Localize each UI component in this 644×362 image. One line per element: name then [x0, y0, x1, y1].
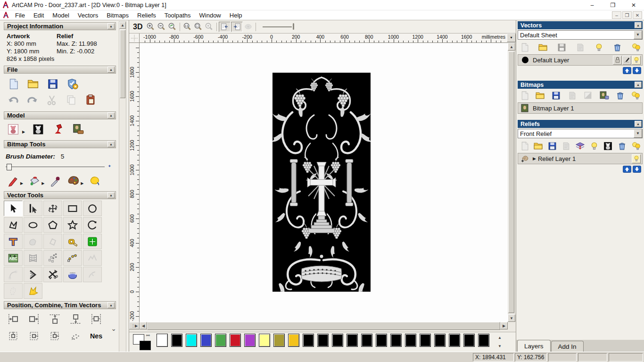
menu-file[interactable]: File [11, 11, 29, 20]
slider-handle-icon[interactable] [7, 164, 12, 170]
teddy-bw-icon[interactable] [603, 141, 613, 151]
paste-text-image-button[interactable]: ABC [4, 250, 23, 266]
fit-curve-icon[interactable] [66, 252, 79, 265]
mona-icon[interactable] [599, 90, 609, 101]
palette-swatch[interactable] [259, 334, 270, 347]
cut-icon[interactable] [45, 93, 58, 107]
align-bottom-icon[interactable] [69, 312, 82, 326]
visibility-bulb-icon[interactable] [632, 56, 641, 65]
vector-layer-row[interactable]: Default Layer [518, 54, 643, 66]
flyout-arrow-icon[interactable]: ▶ [20, 181, 23, 185]
zoom-object-icon[interactable] [204, 22, 215, 32]
chevron-down-icon[interactable]: ▼ [634, 31, 642, 39]
align-left-icon[interactable] [7, 312, 20, 326]
bulbs-all-icon[interactable] [631, 141, 641, 151]
save-icon[interactable] [547, 141, 557, 151]
pencil-icon[interactable] [7, 174, 20, 187]
canvas-viewport[interactable] [140, 43, 508, 322]
scroll-down-icon[interactable]: ▼ [508, 314, 515, 322]
ellipse-tool-button[interactable] [24, 217, 42, 233]
dropper-icon[interactable] [49, 174, 62, 187]
minimize-button[interactable]: – [582, 0, 603, 10]
stack-icon[interactable] [575, 141, 586, 151]
tab-layers[interactable]: Layers [517, 340, 551, 352]
measure-tool-button[interactable] [63, 234, 82, 249]
fit-curve-button[interactable] [63, 250, 82, 266]
node-edit-icon[interactable] [26, 202, 40, 215]
save-icon[interactable] [556, 42, 567, 52]
collapse-icon[interactable]: ▲ [107, 302, 115, 308]
select-cursor-button[interactable] [4, 201, 23, 216]
menu-vectors[interactable]: Vectors [74, 11, 102, 20]
menu-help[interactable]: Help [225, 11, 247, 20]
palette-swatch[interactable] [317, 334, 329, 347]
palette-swatch[interactable] [186, 334, 197, 347]
tab-add-in[interactable]: Add In [551, 341, 584, 352]
contrast-slider[interactable] [263, 23, 300, 31]
visibility-bulb-icon[interactable] [632, 154, 641, 163]
ruler-origin-icon[interactable] [129, 34, 140, 43]
wrap-vectors-icon[interactable] [46, 235, 59, 248]
align-center-icon[interactable] [90, 312, 103, 326]
menu-edit[interactable]: Edit [29, 11, 48, 20]
collapse-icon[interactable]: ▲ [107, 23, 115, 29]
bucket-icon[interactable] [28, 174, 41, 187]
trim-vectors-icon[interactable] [46, 268, 59, 281]
toggle-prev-bitmap-icon[interactable] [219, 22, 230, 32]
paste-icon[interactable] [84, 93, 97, 107]
circle-tool-icon[interactable] [86, 202, 99, 215]
mdi-minimize-button[interactable]: – [612, 11, 621, 19]
close-button[interactable]: ✕ [623, 0, 644, 10]
model-check-icon[interactable] [66, 77, 79, 91]
ruler-unit-dropdown[interactable]: ▼ [507, 34, 516, 42]
palette-swatch[interactable] [420, 334, 431, 347]
collapse-icon[interactable]: ▲ [107, 67, 115, 73]
rectangle-tool-button[interactable] [63, 201, 82, 216]
palette-swatch[interactable] [449, 334, 460, 347]
save-icon[interactable] [551, 90, 561, 101]
center-xy-icon[interactable] [48, 329, 61, 343]
scroll-left-icon[interactable]: ◀ [140, 322, 147, 329]
center-y-icon[interactable] [27, 329, 41, 343]
joint-button[interactable] [83, 267, 102, 282]
restore-button[interactable]: ❐ [603, 0, 623, 10]
bulb-icon[interactable] [594, 42, 604, 52]
link-colors-icon[interactable]: ⚯ [146, 333, 150, 338]
relief-layer-row[interactable]: ▶ Relief Layer 1 [518, 153, 643, 164]
chevron-down-icon[interactable]: ⌄ [111, 325, 116, 332]
open-folder-icon[interactable] [26, 77, 40, 91]
pan-corner-icon[interactable]: ⋮▶ [129, 322, 140, 329]
palette-swatch[interactable] [288, 334, 299, 347]
page-icon[interactable] [519, 90, 529, 101]
collapse-icon[interactable]: ▲ [635, 22, 642, 28]
menu-model[interactable]: Model [48, 11, 73, 20]
slider-handle-icon[interactable] [293, 23, 294, 30]
paste-along-curve-icon[interactable] [46, 252, 59, 265]
paste-text-image-icon[interactable]: ABC [7, 252, 20, 265]
star-tool-button[interactable] [63, 217, 82, 233]
trash-icon[interactable] [615, 90, 625, 101]
gradient-icon[interactable] [583, 90, 593, 101]
circle-tool-button[interactable] [83, 201, 102, 216]
3d-view-button[interactable]: 3D [133, 23, 142, 31]
text-tool-icon[interactable] [7, 235, 20, 248]
assistant-scrollbar[interactable]: ▲ ▼ [119, 21, 126, 352]
move-layer-down-icon[interactable] [633, 166, 641, 173]
join-chevron-button[interactable] [24, 267, 42, 282]
zoom-fit-icon[interactable] [193, 22, 204, 32]
palette-swatch[interactable] [273, 334, 285, 347]
page-icon[interactable] [519, 42, 529, 52]
wrap-vectors-button[interactable] [43, 234, 62, 249]
collapse-icon[interactable]: ▲ [635, 82, 642, 88]
node-edit-button[interactable] [24, 201, 42, 216]
align-top-icon[interactable] [48, 312, 61, 326]
collapse-icon[interactable]: ▲ [107, 141, 115, 147]
weld-vectors-icon[interactable] [66, 268, 79, 281]
arc-tool-button[interactable] [83, 217, 102, 233]
trash-icon[interactable] [617, 141, 627, 151]
undo-icon[interactable] [7, 93, 20, 107]
collapse-icon[interactable]: ▲ [107, 112, 115, 118]
teddy-red-icon[interactable] [7, 123, 20, 136]
chevron-down-icon[interactable]: ▼ [634, 129, 642, 138]
toggle-next-bitmap-icon[interactable] [231, 22, 242, 32]
